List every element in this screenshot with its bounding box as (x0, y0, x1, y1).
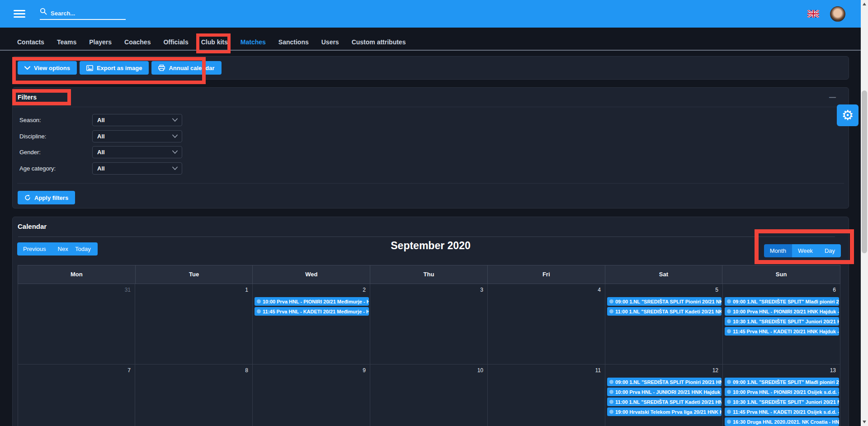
filter-label: Discipline: (19, 130, 46, 142)
event-text: 10:00 Prva HNL - PIONIRI 20/21 Osijek s.… (733, 389, 839, 395)
image-icon (86, 65, 93, 71)
collapse-panel-icon[interactable]: — (829, 88, 836, 106)
day-header-tue: Tue (136, 265, 253, 284)
calendar-day-cell[interactable]: 509:00 1.NL "SREDIŠTA SPLIT Pioniri 20/2… (605, 284, 723, 364)
calendar-day-cell[interactable]: 1209:00 1.NL "SREDIŠTA SPLIT Pioniri 20/… (605, 364, 723, 426)
calendar-day-cell[interactable]: 8 (135, 364, 253, 426)
apply-filters-button[interactable]: Apply filters (18, 191, 75, 204)
filter-select-gender[interactable]: All (92, 146, 182, 158)
event-text: 09:00 1.NL "SREDIŠTE SPLIT" Mlađi pionir… (733, 379, 839, 385)
calendar-event[interactable]: 11:45 Prva HNL - KADETI 20/21 Osijek s.d… (725, 407, 839, 416)
settings-gear-button[interactable]: ⚙ (837, 104, 859, 126)
calendar-event[interactable]: 19:00 Hrvatski Telekom Prva liga 20/21 H… (607, 407, 722, 416)
tab-users[interactable]: Users (315, 38, 345, 46)
user-avatar[interactable] (830, 6, 845, 22)
filter-select-discipline[interactable]: All (92, 130, 182, 142)
calendar-event[interactable]: 10:00 Prva HNL - PIONIRI 20/21 HNK Hajdu… (725, 307, 839, 316)
calendar-event[interactable]: 10:30 1.NL "SREDIŠTE SPLIT" Juniori 20/2… (725, 317, 839, 326)
tab-custom-attributes[interactable]: Custom attributes (345, 38, 412, 46)
scroll-up-arrow-icon[interactable] (863, 3, 866, 5)
event-text: 10:00 Prva HNL - PIONIRI 20/21 Međimurje… (263, 299, 369, 304)
event-dot-icon (609, 400, 613, 404)
event-text: 09:00 1.NL "SREDIŠTE SPLIT" Mlađi pionir… (733, 299, 839, 304)
day-number: 11 (488, 364, 605, 374)
calendar-day-cell[interactable]: 31 (18, 284, 135, 364)
language-uk-flag-icon[interactable] (807, 10, 819, 18)
day-header-sun: Sun (722, 265, 840, 284)
vertical-scrollbar[interactable] (861, 0, 868, 426)
tab-contacts[interactable]: Contacts (11, 38, 51, 46)
tab-club-kits[interactable]: Club kits (195, 38, 234, 46)
day-number: 12 (605, 364, 722, 374)
calendar-event[interactable]: 11:00 1.NL "SREDIŠTA SPLIT Kadeti 20/21 … (607, 398, 722, 406)
module-tab-bar: ContactsTeamsPlayersCoachesOfficialsClub… (0, 28, 861, 56)
calendar-event[interactable]: 10:30 1.NL "SREDIŠTE SPLIT" Juniori 20/2… (725, 398, 839, 406)
calendar-day-cell[interactable]: 3 (370, 284, 488, 364)
calendar-event[interactable]: 09:00 1.NL "SREDIŠTE SPLIT" Mlađi pionir… (725, 297, 839, 306)
calendar-event[interactable]: 10:00 Prva HNL - PIONIRI 20/21 Međimurje… (255, 297, 369, 306)
event-dot-icon (727, 299, 731, 303)
event-text: 11:45 Prva HNL - KADETI 20/21 Osijek s.d… (733, 409, 839, 415)
day-number: 8 (135, 364, 252, 374)
hamburger-menu-icon[interactable] (14, 8, 25, 19)
view-day-button[interactable]: Day (819, 244, 841, 257)
calendar-event[interactable]: 09:00 1.NL "SREDIŠTA SPLIT Pioniri 20/21… (607, 297, 722, 306)
filter-select-season[interactable]: All (92, 114, 182, 126)
tab-teams[interactable]: Teams (51, 38, 83, 46)
calendar-event[interactable]: 16:30 Druga HNL 2020./2021. NK Croatia -… (725, 417, 839, 426)
calendar-day-cell[interactable]: 9 (253, 364, 370, 426)
event-dot-icon (727, 390, 731, 394)
tab-officials[interactable]: Officials (157, 38, 194, 46)
calendar-event[interactable]: 11:45 Prva HNL - KADETI 20/21 Međimurje … (255, 307, 369, 316)
event-dot-icon (727, 420, 731, 424)
calendar-day-cell[interactable]: 609:00 1.NL "SREDIŠTE SPLIT" Mlađi pioni… (723, 284, 840, 364)
calendar-day-cell[interactable]: 1309:00 1.NL "SREDIŠTE SPLIT" Mlađi pion… (723, 364, 840, 426)
event-dot-icon (727, 400, 731, 404)
calendar-day-cell[interactable]: 10 (370, 364, 488, 426)
filter-selected-value: All (97, 165, 105, 172)
calendar-event[interactable]: 10:00 Prva HNL - PIONIRI 20/21 Osijek s.… (725, 388, 839, 396)
calendar-event[interactable]: 09:00 1.NL "SREDIŠTE SPLIT" Mlađi pionir… (725, 378, 839, 386)
scrollbar-thumb[interactable] (862, 90, 867, 253)
calendar-day-cell[interactable]: 4 (488, 284, 605, 364)
event-dot-icon (609, 390, 613, 394)
scroll-down-arrow-icon[interactable] (863, 421, 866, 423)
calendar-day-cell[interactable]: 1 (135, 284, 253, 364)
view-options-button[interactable]: View options (18, 61, 77, 75)
event-dot-icon (257, 309, 261, 313)
filter-selected-value: All (97, 133, 105, 140)
event-dot-icon (609, 309, 613, 313)
calendar-event[interactable]: 11:00 1.NL "SREDIŠTA SPLIT Kadeti 20/21 … (607, 307, 722, 316)
event-text: 10:30 1.NL "SREDIŠTE SPLIT" Juniori 20/2… (733, 319, 839, 324)
filter-select-agecategory[interactable]: All (92, 162, 182, 175)
tab-coaches[interactable]: Coaches (118, 38, 157, 46)
day-number: 13 (723, 364, 840, 374)
event-text: 16:30 Druga HNL 2020./2021. NK Croatia -… (733, 419, 839, 425)
search-box[interactable] (40, 8, 126, 20)
calendar-day-cell[interactable]: 11 (488, 364, 605, 426)
tab-sanctions[interactable]: Sanctions (272, 38, 315, 46)
chevron-down-icon (172, 118, 178, 122)
tab-matches[interactable]: Matches (234, 38, 272, 46)
tab-players[interactable]: Players (83, 38, 118, 46)
day-number: 31 (18, 284, 135, 294)
matches-toolbar-panel: View options Export as image Annual cale… (12, 56, 849, 80)
chevron-down-icon (172, 166, 178, 170)
view-week-button[interactable]: Week (792, 244, 819, 257)
day-number: 4 (488, 284, 605, 294)
calendar-event[interactable]: 11:45 Prva HNL - KADETI 20/21 HNK Hajduk… (725, 327, 839, 336)
day-header-thu: Thu (370, 265, 488, 284)
calendar-day-cell[interactable]: 7 (18, 364, 135, 426)
annual-calendar-button[interactable]: Annual calendar (151, 61, 221, 75)
chevron-down-icon (172, 150, 178, 154)
event-text: 11:45 Prva HNL - KADETI 20/21 Međimurje … (263, 309, 369, 314)
search-input[interactable] (51, 10, 126, 17)
day-header-wed: Wed (253, 265, 370, 284)
calendar-day-cell[interactable]: 210:00 Prva HNL - PIONIRI 20/21 Međimurj… (253, 284, 370, 364)
filters-panel: Filters — Season:AllDiscipline:AllGender… (12, 87, 849, 208)
view-month-button[interactable]: Month (764, 244, 792, 257)
export-as-image-button[interactable]: Export as image (80, 61, 149, 75)
calendar-event[interactable]: 10:00 Prva HNL - JUNIORI 20/21 HNK Hajdu… (607, 388, 722, 396)
day-number: 3 (370, 284, 487, 294)
calendar-event[interactable]: 09:00 1.NL "SREDIŠTA SPLIT Pioniri 20/21… (607, 378, 722, 386)
